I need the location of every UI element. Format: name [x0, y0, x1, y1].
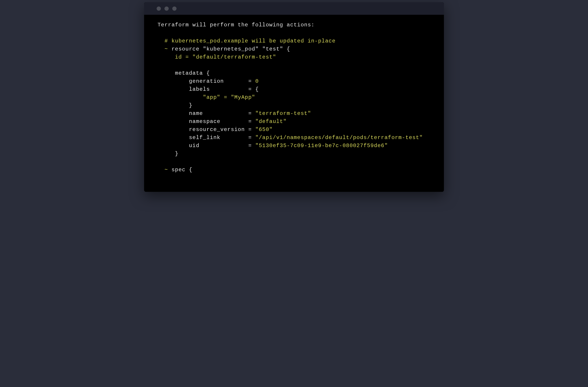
- window-titlebar: [144, 2, 444, 15]
- brace: {: [287, 46, 290, 52]
- resource-keyword: resource: [171, 46, 199, 52]
- self-link-key: self_link: [189, 135, 220, 141]
- name-value: "terraform-test": [255, 110, 311, 116]
- name-key: name: [189, 110, 203, 116]
- generation-value: 0: [255, 78, 259, 84]
- resource-comment: # kubernetes_pod.example will be updated…: [165, 38, 336, 44]
- namespace-key: namespace: [189, 118, 220, 125]
- equals: =: [248, 110, 252, 116]
- equals: =: [248, 143, 252, 149]
- brace: {: [255, 86, 259, 92]
- brace: {: [206, 70, 210, 76]
- brace: }: [189, 102, 192, 108]
- equals: =: [248, 135, 252, 141]
- terminal-window: Terraform will perform the following act…: [144, 2, 444, 192]
- generation-key: generation: [189, 78, 224, 84]
- resource-name: "test": [262, 46, 283, 52]
- equals: =: [248, 127, 252, 133]
- uid-value: "5130ef35-7c09-11e9-be7c-080027f59de6": [255, 143, 388, 149]
- resource-version-value: "650": [255, 127, 273, 133]
- equals: =: [248, 78, 252, 84]
- terminal-output: Terraform will perform the following act…: [144, 15, 444, 192]
- brace: {: [189, 167, 192, 173]
- brace: }: [175, 151, 179, 157]
- minimize-icon[interactable]: [165, 6, 169, 11]
- resource-version-key: resource_version: [189, 127, 245, 133]
- equals: =: [248, 86, 252, 92]
- maximize-icon[interactable]: [172, 6, 177, 11]
- output-line: Terraform will perform the following act…: [158, 21, 430, 174]
- namespace-value: "default": [255, 118, 287, 125]
- id-value: "default/terraform-test": [192, 54, 276, 60]
- spec-block: spec: [171, 167, 185, 173]
- update-marker: ~: [165, 167, 168, 173]
- metadata-block: metadata: [175, 70, 203, 76]
- id-key: id: [175, 54, 182, 60]
- equals: =: [248, 118, 252, 125]
- self-link-value: "/api/v1/namespaces/default/pods/terrafo…: [255, 135, 423, 141]
- plan-header: Terraform will perform the following act…: [158, 22, 315, 28]
- close-icon[interactable]: [157, 6, 161, 11]
- app-key: "app": [203, 94, 220, 100]
- uid-key: uid: [189, 143, 199, 149]
- resource-type: "kubernetes_pod": [203, 46, 259, 52]
- update-marker: ~: [165, 46, 168, 52]
- app-value: "MyApp": [231, 94, 255, 100]
- labels-key: labels: [189, 86, 210, 92]
